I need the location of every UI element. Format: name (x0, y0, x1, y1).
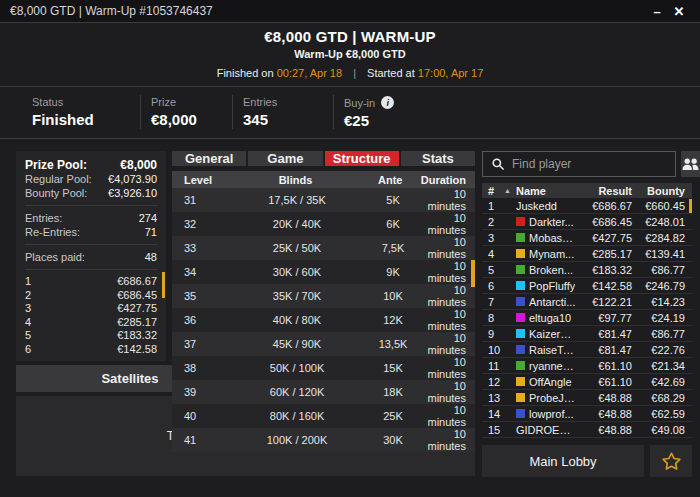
duration-cell: 10 minutes (424, 188, 475, 212)
tab-general[interactable]: General (172, 151, 246, 166)
sort-arrow-icon[interactable]: ▲ (504, 187, 516, 194)
ante-cell: 12K (362, 314, 424, 326)
player-name-text: PopFluffy (529, 280, 575, 292)
structure-row: 33 25K / 50K 7,5K 10 minutes (172, 236, 475, 260)
player-search-box[interactable] (482, 151, 676, 177)
player-color-tag (516, 409, 525, 418)
player-bounty: €139.41 (632, 248, 692, 260)
tab-structure[interactable]: Structure (325, 151, 399, 166)
player-row[interactable]: 12 OffAngle €61.10 €42.69 (482, 374, 692, 390)
favorite-button[interactable] (650, 445, 692, 477)
player-row[interactable]: 8 eltuga10 €97.77 €24.19 (482, 310, 692, 326)
status-label: Entries (243, 96, 323, 108)
ante-cell: 6K (362, 218, 424, 230)
structure-scrollbar[interactable] (471, 260, 475, 287)
tab-game[interactable]: Game (248, 151, 322, 166)
duration-cell: 10 minutes (424, 332, 475, 356)
player-bounty: €284.82 (632, 232, 692, 244)
payout-row: 6€142.58 (25, 343, 157, 357)
blinds-cell: 35K / 70K (232, 290, 362, 302)
places-paid-row: Places paid:48 (25, 250, 157, 264)
player-name-text: Mynam... (529, 248, 574, 260)
player-result: €81.47 (576, 344, 632, 356)
player-name: eltuga10 (516, 312, 576, 324)
ante-cell: 30K (362, 434, 424, 446)
entry-rows: Entries:274Re-Entries:71 (25, 211, 157, 239)
player-name: GIDROEBI... (516, 424, 576, 436)
player-row[interactable]: 6 PopFluffy €142.58 €246.79 (482, 278, 692, 294)
player-list-scrollbar[interactable] (689, 199, 692, 213)
ante-cell: 15K (362, 362, 424, 374)
player-row[interactable]: 14 lowprof... €48.88 €62.59 (482, 406, 692, 422)
payout-scrollbar[interactable] (162, 272, 165, 298)
player-row[interactable]: 10 RaiseTo... €81.47 €22.76 (482, 342, 692, 358)
panel-footer: Main Lobby (482, 445, 692, 477)
player-name-text: RaiseTo... (529, 344, 576, 356)
player-bounty: €246.79 (632, 280, 692, 292)
player-name-text: Broken... (529, 264, 573, 276)
player-row[interactable]: 9 KaizerS... €81.47 €86.77 (482, 326, 692, 342)
pool-row: Bounty Pool:€3,926.10 (25, 186, 157, 200)
player-name: Juskedd (516, 200, 576, 212)
pool-value: €8,000 (120, 158, 157, 172)
status-item: Buy-in i €25 (333, 95, 700, 129)
player-result: €61.10 (576, 376, 632, 388)
structure-col-header[interactable]: Level (172, 174, 231, 186)
bounty-header[interactable]: Bounty (632, 185, 692, 197)
player-row[interactable]: 4 Mynam... €285.17 €139.41 (482, 246, 692, 262)
status-label: Status (32, 96, 130, 108)
title-bar: €8,000 GTD | Warm-Up #1053746437 – ✕ (0, 0, 700, 23)
player-row[interactable]: 2 Darkter... €686.45 €248.01 (482, 214, 692, 230)
tab-stats[interactable]: Stats (401, 151, 475, 166)
status-item: Status Finished (0, 95, 140, 129)
player-color-tag (516, 345, 525, 354)
player-row[interactable]: 1 Juskedd €686.67 €660.45 (482, 198, 692, 214)
player-rank: 6 (482, 280, 504, 292)
tournament-times: Finished on 00:27, Apr 18 | Started at 1… (0, 67, 700, 79)
entries-row: Entries:274 (25, 211, 157, 225)
player-name: Antarcti... (516, 296, 576, 308)
prize-pool-panel: Prize Pool:€8,000Regular Pool:€4,073.90B… (16, 151, 166, 361)
player-name: ProbeJam (516, 392, 576, 404)
player-name: Darkter... (516, 216, 576, 228)
payout-place: 6 (25, 343, 31, 357)
payout-list: 1€686.672€686.453€427.754€285.175€183.32… (25, 275, 157, 356)
player-row[interactable]: 11 ryanne1... €61.10 €21.34 (482, 358, 692, 374)
name-header[interactable]: Name (516, 185, 576, 197)
player-row[interactable]: 15 GIDROEBI... €48.88 €49.08 (482, 422, 692, 438)
divider (25, 269, 157, 270)
player-result: €285.17 (576, 248, 632, 260)
player-row[interactable]: 7 Antarcti... €122.21 €14.23 (482, 294, 692, 310)
players-panel: # ▲ Name Result Bounty 1 Juskedd €686.67… (482, 151, 692, 477)
main-lobby-button[interactable]: Main Lobby (482, 445, 644, 477)
minimize-button[interactable]: – (646, 4, 668, 19)
player-row[interactable]: 13 ProbeJam €48.88 €68.29 (482, 390, 692, 406)
player-name-text: Mobasa... (529, 232, 576, 244)
left-main-column: Prize Pool:€8,000Regular Pool:€4,073.90B… (16, 151, 475, 477)
player-result: €142.58 (576, 280, 632, 292)
structure-col-header[interactable]: Duration (421, 174, 475, 186)
players-button[interactable] (681, 151, 700, 177)
player-name-text: KaizerS... (529, 328, 576, 340)
structure-col-header[interactable]: Ante (360, 174, 421, 186)
player-bounty: €22.76 (632, 344, 692, 356)
player-result: €427.75 (576, 232, 632, 244)
info-icon[interactable]: i (381, 96, 394, 109)
player-table-header[interactable]: # ▲ Name Result Bounty (482, 183, 692, 198)
search-input[interactable] (512, 157, 667, 171)
close-button[interactable]: ✕ (668, 4, 690, 19)
structure-row: 36 40K / 80K 12K 10 minutes (172, 308, 475, 332)
level-cell: 39 (172, 386, 232, 398)
player-name-text: Juskedd (516, 200, 557, 212)
player-result: €81.47 (576, 328, 632, 340)
structure-col-header[interactable]: Blinds (231, 174, 359, 186)
player-rank: 12 (482, 376, 504, 388)
structure-row: 38 50K / 100K 15K 10 minutes (172, 356, 475, 380)
player-name: PopFluffy (516, 280, 576, 292)
result-header[interactable]: Result (576, 185, 632, 197)
player-row[interactable]: 3 Mobasa... €427.75 €284.82 (482, 230, 692, 246)
player-name: KaizerS... (516, 328, 576, 340)
player-row[interactable]: 5 Broken... €183.32 €86.77 (482, 262, 692, 278)
rank-header[interactable]: # (482, 185, 504, 197)
started-label: Started at (367, 67, 415, 79)
